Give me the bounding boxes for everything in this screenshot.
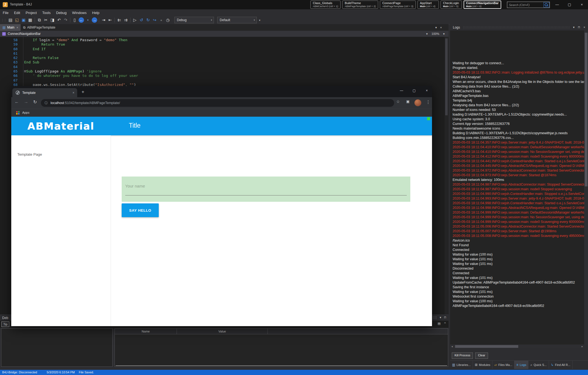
search-box[interactable]: Search (Ctrl+F) — [507, 2, 550, 8]
separator[interactable] — [99, 18, 99, 23]
save-all-icon[interactable]: ▦ — [27, 17, 34, 23]
info-icon[interactable]: ⓘ — [41, 101, 51, 105]
tab-list-chevron-icon[interactable]: ▾ — [435, 26, 437, 29]
menu-item[interactable]: File — [0, 11, 11, 15]
close-icon[interactable]: × — [440, 26, 442, 29]
address-bar[interactable]: ⓘ localhost :51042/template/ABMPageTempl… — [41, 99, 394, 107]
save-icon[interactable]: ▣ — [20, 17, 27, 23]
chevron-down-icon[interactable]: ▾ — [443, 32, 445, 36]
tip-button[interactable]: Tip — [1, 321, 9, 327]
logs-horizontal-scrollbar[interactable]: ◂ ▸ — [450, 345, 584, 348]
ui-configuration-select[interactable]: Default ▾ — [217, 17, 257, 23]
close-icon[interactable]: × — [70, 91, 77, 95]
build-configuration-select[interactable]: Debug ▾ — [174, 17, 214, 23]
debug-resume-icon[interactable]: ↺ — [138, 17, 145, 23]
menu-item[interactable]: Edit — [11, 11, 23, 15]
minimize-icon[interactable]: — — [395, 89, 408, 93]
search-input[interactable]: Search (Ctrl+F) — [507, 3, 544, 7]
new-tab-icon[interactable]: + — [82, 89, 84, 95]
refresh-icon[interactable]: ↻ — [33, 99, 37, 105]
maximize-icon[interactable]: ▢ — [563, 0, 576, 9]
panel-tab[interactable]: ≡ Logs — [514, 361, 528, 369]
chevron-down-icon[interactable]: ▾ — [573, 26, 575, 29]
new-file-icon[interactable]: ▤ — [7, 17, 14, 23]
logs-vertical-scrollbar[interactable] — [584, 30, 588, 345]
cut-icon[interactable]: ✂ — [43, 17, 49, 23]
menu-item[interactable]: Windows — [69, 11, 90, 15]
panel-tab[interactable]: ▥ Libraries... — [450, 361, 473, 369]
outdent-icon[interactable]: ⇇ — [116, 17, 122, 23]
scrollbar-thumb[interactable] — [445, 38, 448, 115]
back-icon[interactable]: ← — [15, 99, 19, 104]
menu-item[interactable]: Debug — [53, 11, 69, 15]
panel-tab[interactable]: ↳ Find All R... — [549, 361, 573, 369]
profile-avatar[interactable] — [414, 99, 421, 106]
open-project-icon[interactable]: ◱ — [14, 17, 20, 23]
maximize-icon[interactable]: ▢ — [408, 89, 420, 93]
navigate-back-icon[interactable]: ← — [79, 17, 84, 23]
panel-tab[interactable]: ⊞ Modules — [473, 361, 493, 369]
debug-step-over-icon[interactable]: ↪ — [151, 17, 158, 23]
quick-tab[interactable]: ConnectPage ABMPageTemplate (ctrl + 3) — [380, 1, 416, 9]
name-input[interactable]: Your name — [122, 177, 410, 202]
panel-tab[interactable]: ▱ Files Ma... — [492, 361, 514, 369]
scroll-right-icon[interactable]: ▸ — [580, 345, 584, 348]
editor-tab[interactable]: ▤ Main × — [0, 24, 21, 31]
quick-tab[interactable]: Class_Globals ABMCacheV3 (ctrl + 1) — [310, 1, 341, 9]
watch-table[interactable]: Name Value — [115, 328, 448, 367]
debug-step-into-icon[interactable]: ↻ — [145, 17, 151, 23]
copy-icon[interactable]: ⧉ — [36, 17, 43, 23]
search-button[interactable] — [544, 2, 549, 7]
stop-icon[interactable]: ▫ — [158, 17, 165, 23]
log-output[interactable]: Waiting for debugger to connect...Progra… — [450, 30, 584, 345]
chevron-down-icon[interactable]: ▾ — [440, 316, 441, 319]
toolbar-grip-icon[interactable]: ⋮⋮ — [0, 18, 7, 22]
panel-tab[interactable]: ⌕ Quick S... — [528, 361, 549, 369]
quick-tab[interactable]: AppStart Main (ctrl + 4) — [417, 1, 439, 9]
watch-column-name[interactable]: Name — [115, 329, 177, 334]
separator[interactable] — [35, 18, 35, 23]
editor-zoom-value[interactable]: 100% — [431, 32, 439, 35]
menu-item[interactable]: Help — [89, 11, 102, 15]
separator[interactable] — [70, 18, 70, 23]
browser-tab[interactable]: Template × — [12, 88, 77, 97]
watch-scrollbar[interactable] — [116, 365, 447, 366]
collapse-icon[interactable]: ^ — [444, 322, 446, 325]
paste-icon[interactable]: ◨ — [49, 17, 56, 23]
forward-icon[interactable]: → — [24, 99, 28, 104]
separator[interactable] — [130, 18, 130, 23]
browser-menu-icon[interactable]: ⋮ — [426, 99, 430, 105]
profiler-icon[interactable]: ◷ — [165, 17, 171, 23]
pin-icon[interactable]: ⊓ — [578, 26, 580, 29]
editor-tab[interactable]: ⧉ ABMPageTemplate — [21, 24, 60, 31]
close-icon[interactable]: × — [584, 26, 585, 29]
menu-item[interactable]: Tools — [40, 11, 53, 15]
immediate-panel[interactable] — [1, 328, 113, 367]
redo-icon[interactable]: ↷ — [62, 17, 69, 23]
run-icon[interactable]: ▷ — [132, 17, 138, 23]
uncomment-icon[interactable]: ⇤ — [107, 17, 113, 23]
quick-tab[interactable]: CheckLogin Main (ctrl + 5) — [441, 1, 462, 9]
comment-icon[interactable]: ⇥ — [100, 17, 107, 23]
clear-logs-button[interactable]: Clear — [475, 352, 488, 359]
menu-item[interactable]: Project — [23, 11, 39, 15]
lightbulb-icon[interactable]: ▤ — [437, 322, 440, 325]
apps-bookmark[interactable]: Apps — [22, 111, 29, 114]
scroll-left-icon[interactable]: ◂ — [450, 345, 454, 348]
editor-scrollbar[interactable] — [445, 37, 448, 315]
watch-column-value[interactable]: Value — [177, 329, 268, 334]
back-history-chevron-icon[interactable]: ▾ — [85, 17, 91, 23]
bookmark-star-icon[interactable]: ☆ — [396, 99, 400, 104]
separator[interactable] — [115, 18, 115, 23]
close-icon[interactable]: × — [420, 89, 433, 93]
minimize-icon[interactable]: — — [551, 0, 563, 9]
close-icon[interactable]: × — [576, 0, 588, 9]
close-icon[interactable]: × — [16, 26, 18, 29]
side-panel-icon[interactable]: ▣ — [406, 99, 409, 103]
scrollbar-thumb[interactable] — [585, 33, 587, 186]
drag-dots-icon[interactable] — [433, 316, 437, 319]
indent-icon[interactable]: ⇉ — [122, 17, 129, 23]
pin-icon[interactable]: ⊓ — [444, 316, 446, 319]
module-selector-value[interactable]: ConnectNavigationBar — [8, 32, 426, 36]
scrollbar-thumb[interactable] — [455, 345, 518, 348]
